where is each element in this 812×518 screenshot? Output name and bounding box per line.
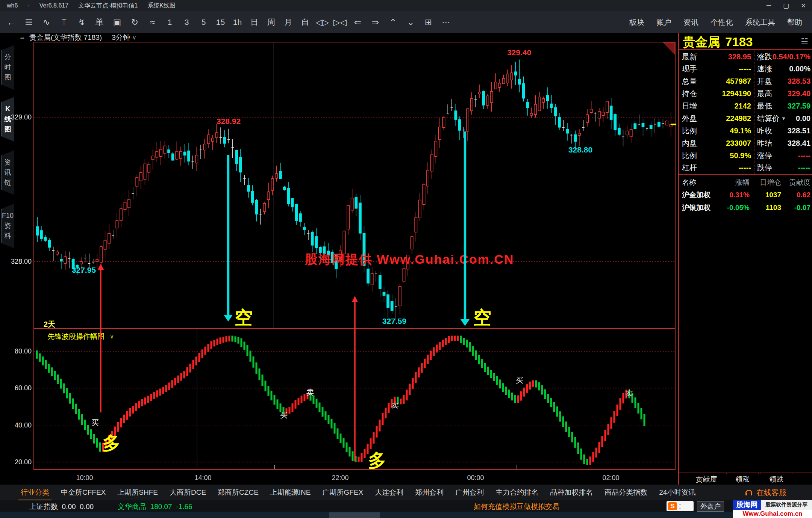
indicator-bar (526, 384, 528, 393)
y-axis-label: 329.00 (11, 113, 32, 121)
candle-body (303, 228, 305, 230)
candle-body (80, 261, 82, 264)
candle-body (235, 150, 238, 164)
candle-body (494, 82, 497, 89)
online-service-label[interactable]: 在线客服 (756, 488, 786, 498)
indicator-bar (427, 355, 429, 364)
indicator-bar (460, 336, 462, 343)
candle-body (172, 154, 174, 160)
indicator-bar (592, 452, 594, 462)
indicator-bar (36, 350, 38, 359)
indicator-bar (535, 380, 537, 387)
market-tab-大商所DCE[interactable]: 大商所DCE (169, 488, 207, 497)
x-axis-label: 14:00 (194, 474, 211, 482)
panel-tab-领跌[interactable]: 领跌 (760, 473, 792, 485)
indicator-bar (541, 385, 543, 394)
candle-body (387, 294, 389, 308)
indicator-bar (54, 371, 56, 380)
promo-link[interactable]: 如何充值模拟豆做模拟交易 (474, 502, 559, 512)
online-service[interactable]: 在线客服 (744, 485, 786, 500)
indicator-bar (601, 436, 603, 447)
candle-body (215, 133, 218, 137)
market-tab-品种加权排名[interactable]: 品种加权排名 (549, 488, 594, 497)
input-method-indicator[interactable]: S ▫▫ (667, 501, 694, 511)
market-tab-广期所GFEX[interactable]: 广期所GFEX (322, 488, 364, 497)
indicator-bar (201, 349, 203, 358)
indicator-bar (424, 359, 426, 368)
candle-body (514, 72, 517, 75)
indicator-bar (421, 363, 423, 373)
indicator-bar (577, 442, 579, 454)
candle-body (534, 104, 536, 115)
candle-body (48, 240, 50, 247)
candle-body (108, 233, 110, 243)
candle-body (279, 171, 282, 179)
market-tab-上期能源INE[interactable]: 上期能源INE (270, 488, 312, 497)
chevron-down-icon: ∨ (110, 333, 114, 340)
table-header: 名称涨幅日增仓贡献度 (682, 177, 810, 189)
indicator-bar (141, 399, 143, 406)
market-tab-中金所CFFEX[interactable]: 中金所CFFEX (60, 488, 106, 497)
candle-body (36, 227, 38, 235)
candle-body (291, 199, 294, 207)
candle-body (195, 155, 198, 163)
indicator-bar (352, 451, 354, 461)
signal-label-卖: 卖 (626, 389, 633, 397)
guhai-tagline: 股票软件资源分享 (761, 500, 812, 510)
indicator-bar (244, 341, 245, 350)
indicator-bar (66, 388, 68, 398)
indicator-bar (132, 406, 134, 414)
market-tab-郑商所CZCE[interactable]: 郑商所CZCE (217, 488, 259, 497)
indicator-bar (328, 415, 330, 424)
candle-body (502, 79, 504, 84)
candle-body (144, 164, 146, 179)
quote-row-速涨: 速涨0.00% (757, 63, 810, 75)
indicator-bar (69, 393, 71, 403)
indicator-bar (574, 437, 576, 448)
market-tab-上期所SHFE[interactable]: 上期所SHFE (117, 488, 159, 497)
indicator-bar (168, 382, 170, 390)
indicator-bar (484, 363, 486, 372)
market-tab-行业分类[interactable]: 行业分类 (20, 488, 50, 497)
candle-body (180, 151, 182, 158)
indicator-bar (361, 453, 363, 462)
indicator-bar (232, 336, 233, 342)
indicator-bar (620, 398, 621, 410)
panel-tab-领涨[interactable]: 领涨 (726, 473, 759, 485)
candle-body (482, 91, 485, 105)
market-tab-郑州套利[interactable]: 郑州套利 (414, 488, 444, 497)
quote-list-toggle-icon[interactable]: ☱ (801, 37, 808, 47)
candle-body (486, 96, 489, 105)
trend-label-多: 多 (368, 450, 386, 470)
y-axis-label: 40.00 (15, 421, 32, 429)
candle-body (558, 117, 561, 127)
indicator-bar (472, 346, 474, 356)
market-tab-大连套利[interactable]: 大连套利 (374, 488, 404, 497)
market-tab-广州套利[interactable]: 广州套利 (454, 488, 485, 497)
market-tab-主力合约排名[interactable]: 主力合约排名 (495, 488, 539, 497)
indicator-bar (247, 345, 248, 356)
price-extreme-label: 328.92 (217, 117, 241, 125)
indicator-bar (617, 405, 618, 416)
candle-body (295, 204, 297, 221)
candle-body (630, 129, 632, 137)
candle-body (120, 209, 122, 221)
panel-tab-贡献度[interactable]: 贡献度 (685, 473, 728, 485)
indicator-bar (511, 393, 513, 400)
candle-body (160, 149, 162, 156)
quote-row-最高: 最高329.40 (757, 88, 810, 100)
taskbar-item[interactable] (329, 512, 380, 518)
quote-row-开盘: 开盘328.53 (757, 76, 810, 87)
indicator-bar (277, 399, 279, 409)
table-row-沪银加权[interactable]: 沪银加权-0.05%1103-0.07 (682, 201, 810, 214)
table-row-沪金加权[interactable]: 沪金加权0.31%10370.62 (682, 189, 810, 201)
candle-body (506, 74, 509, 83)
indicator-bar (214, 340, 215, 346)
trend-arrow-head (98, 264, 104, 270)
market-tab-商品分类指数[interactable]: 商品分类指数 (604, 488, 648, 497)
indicator-bar (589, 456, 591, 465)
x-axis-label: 22:00 (332, 474, 348, 482)
market-tab-24小时资讯[interactable]: 24小时资讯 (658, 488, 696, 497)
foreign-account-button[interactable]: 外盘户 (697, 501, 724, 512)
candle-body (315, 237, 317, 248)
